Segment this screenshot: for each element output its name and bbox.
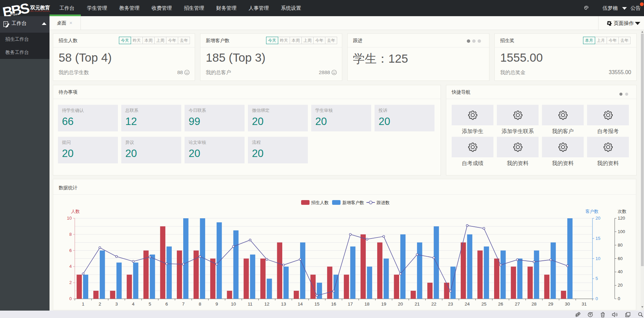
svg-text:8: 8: [69, 232, 72, 237]
svg-text:?: ?: [5, 22, 6, 26]
svg-text:120: 120: [618, 216, 625, 221]
svg-text:15: 15: [595, 236, 600, 241]
svg-text:60: 60: [618, 256, 622, 261]
svg-text:5: 5: [595, 276, 598, 281]
svg-text:2: 2: [69, 280, 72, 285]
svg-text:24: 24: [465, 301, 470, 307]
svg-text:16: 16: [331, 301, 336, 307]
svg-text:8: 8: [199, 301, 201, 307]
svg-text:14: 14: [298, 301, 303, 307]
svg-text:招生人数: 招生人数: [311, 200, 329, 205]
svg-text:11: 11: [248, 301, 253, 307]
svg-text:22: 22: [431, 301, 436, 307]
svg-text:27: 27: [515, 301, 520, 307]
svg-text:7: 7: [182, 301, 185, 307]
svg-text:4: 4: [132, 301, 135, 307]
svg-text:0: 0: [595, 296, 598, 301]
svg-text:17: 17: [348, 301, 353, 307]
svg-text:6: 6: [69, 248, 72, 253]
svg-text:4: 4: [69, 264, 72, 269]
svg-text:0: 0: [618, 296, 620, 301]
svg-text:20: 20: [595, 216, 600, 221]
svg-text:20: 20: [618, 283, 622, 288]
svg-text:次数: 次数: [618, 209, 626, 214]
svg-text:100: 100: [618, 229, 625, 234]
svg-text:10: 10: [231, 301, 236, 307]
svg-text:18: 18: [364, 301, 369, 307]
svg-text:80: 80: [618, 243, 622, 248]
svg-text:1: 1: [82, 301, 85, 307]
svg-text:23: 23: [448, 301, 453, 307]
svg-text:客户数: 客户数: [585, 209, 599, 214]
svg-text:10: 10: [595, 256, 600, 261]
svg-text:26: 26: [498, 301, 503, 307]
svg-text:31: 31: [582, 301, 587, 307]
svg-text:5: 5: [149, 301, 151, 307]
svg-text:21: 21: [415, 301, 420, 307]
svg-text:12: 12: [264, 301, 269, 307]
svg-text:6: 6: [165, 301, 168, 307]
svg-text:新增客户数: 新增客户数: [342, 200, 364, 205]
svg-text:29: 29: [548, 301, 553, 307]
svg-text:跟进数: 跟进数: [377, 200, 390, 205]
svg-text:2: 2: [99, 301, 101, 307]
svg-text:3: 3: [115, 301, 118, 307]
svg-text:0: 0: [69, 296, 72, 301]
svg-text:25: 25: [481, 301, 486, 307]
svg-text:28: 28: [532, 301, 537, 307]
svg-text:30: 30: [565, 301, 570, 307]
svg-text:10: 10: [67, 216, 72, 221]
svg-text:15: 15: [314, 301, 319, 307]
svg-text:9: 9: [216, 301, 218, 307]
svg-text:40: 40: [618, 269, 622, 274]
svg-text:人数: 人数: [71, 209, 80, 214]
svg-text:20: 20: [398, 301, 403, 307]
svg-text:13: 13: [281, 301, 286, 307]
svg-text:19: 19: [381, 301, 386, 307]
